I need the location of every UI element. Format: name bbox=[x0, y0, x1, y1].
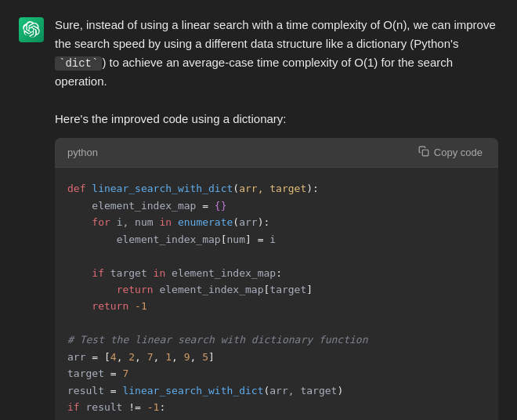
inline-code: `dict` bbox=[55, 56, 102, 71]
svg-rect-0 bbox=[422, 150, 428, 157]
code-language: python bbox=[67, 147, 98, 158]
message-text: Sure, instead of using a linear search w… bbox=[55, 16, 498, 129]
assistant-message: Sure, instead of using a linear search w… bbox=[0, 0, 517, 420]
message-content: Sure, instead of using a linear search w… bbox=[55, 16, 498, 420]
code-body: def linear_search_with_dict(arr, target)… bbox=[55, 168, 498, 420]
copy-label: Copy code bbox=[434, 147, 483, 158]
code-block-header: python Copy code bbox=[55, 138, 498, 168]
header-actions: Copy code bbox=[415, 144, 486, 161]
code-block: python Copy code def linear_search_ bbox=[55, 138, 498, 420]
copy-icon bbox=[418, 146, 429, 159]
code-pre: def linear_search_with_dict(arr, target)… bbox=[67, 180, 486, 420]
copy-button[interactable]: Copy code bbox=[415, 144, 486, 161]
avatar bbox=[19, 17, 44, 42]
